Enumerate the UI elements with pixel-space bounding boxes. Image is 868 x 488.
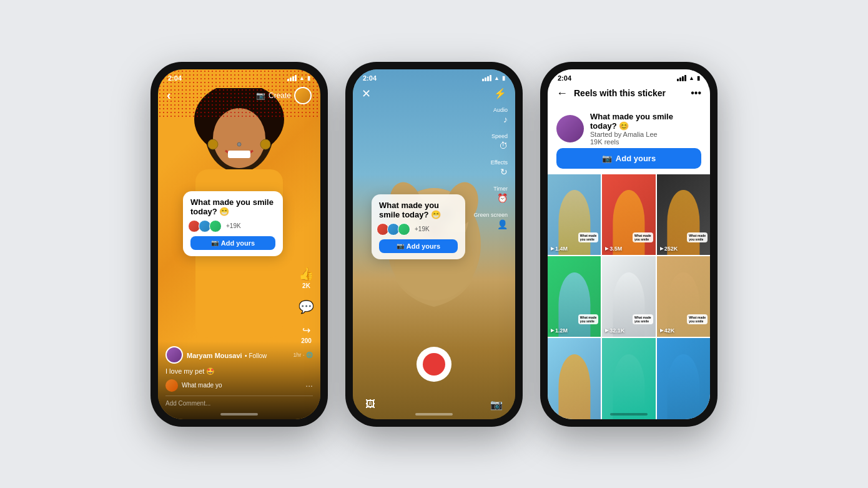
reel-thumb-4[interactable]: What madeyou smile ▶ 1.2M [548, 256, 601, 337]
reel-user-row: Maryam Mousavi • Follow 1hr · 🌐 [165, 346, 313, 364]
gallery-icon[interactable]: 🖼 [365, 399, 375, 410]
thumb-sticker-1: What madeyou smile [578, 232, 599, 242]
camera-icon: 📷 [256, 91, 265, 100]
speed-label: Speed [491, 133, 508, 139]
time-phone2: 2:04 [363, 74, 377, 82]
effects-menu-item[interactable]: Effects ↻ [473, 159, 508, 177]
status-bar-phone3: 2:04 ▲ ▮ [548, 69, 710, 84]
record-button[interactable] [417, 347, 451, 382]
svg-rect-3 [228, 151, 250, 158]
battery-icon-2: ▮ [502, 75, 505, 81]
reel-thumb-6[interactable]: What madeyou smile ▶ 42K [657, 256, 710, 337]
add-comment-input[interactable]: Add Comment... [165, 400, 210, 407]
reel-thumb-1[interactable]: What madeyou smile ▶ 1.4M [548, 174, 601, 255]
add-yours-full-button[interactable]: 📷 Add yours [556, 148, 701, 169]
cam-mini-avatar-3 [398, 223, 410, 236]
creator-avatar [294, 87, 312, 104]
sticker-info-row: What made you smile today? 😊 Started by … [548, 112, 710, 146]
reel-thumb-7[interactable] [548, 338, 601, 419]
sticker-count: +19K [226, 222, 241, 229]
cam-sticker-title: What made you smile today? 😁 [379, 201, 458, 219]
back-button[interactable]: ‹ [167, 88, 171, 102]
timer-label: Timer [493, 186, 508, 192]
create-button[interactable]: 📷 Create [256, 87, 312, 104]
reel-top-bar: ‹ 📷 Create [158, 87, 320, 104]
phone-sticker-list: 2:04 ▲ ▮ ← Reels with this sticker ••• [540, 62, 718, 427]
add-yours-button-phone1[interactable]: 📷 Add yours [190, 236, 275, 250]
wifi-icon: ▲ [299, 75, 305, 81]
sticker-started-by: Started by Amalia Lee [590, 131, 701, 138]
cam-sticker-count: +19K [415, 226, 430, 232]
sticker-main-title: What made you smile today? 😊 [590, 112, 701, 131]
like-icon: 👍 [298, 266, 314, 281]
battery-icon-3: ▮ [697, 75, 700, 81]
flash-button[interactable]: ⚡ [494, 87, 506, 99]
reel-count-4: ▶ 1.2M [551, 327, 568, 334]
timer-menu-item[interactable]: Timer ⏰ [473, 186, 508, 203]
header-title: Reels with this sticker [574, 88, 684, 98]
play-icon-4: ▶ [551, 328, 554, 333]
sticker-card-camera[interactable]: What made you smile today? 😁 +19K 📷 Add … [372, 194, 465, 259]
record-inner [423, 353, 445, 376]
signal-icon [287, 75, 297, 81]
sticker-info-text: What made you smile today? 😊 Started by … [590, 112, 701, 146]
comment-more-icon[interactable]: ··· [305, 381, 313, 391]
reels-grid: What madeyou smile ▶ 1.4M What madeyou s… [548, 174, 710, 419]
play-icon-3: ▶ [660, 246, 663, 251]
reel-thumb-3[interactable]: What madeyou smile ▶ 252K [657, 174, 710, 255]
camera-bottom-bar: 🖼 📷 [353, 399, 515, 411]
reel-thumb-8[interactable] [602, 338, 655, 419]
greenscreen-menu-item[interactable]: Green screen 👤 [473, 212, 508, 229]
mini-avatar-3 [209, 220, 222, 232]
reel-thumb-2[interactable]: What madeyou smile ▶ 3.5M [602, 174, 655, 255]
thumb-sticker-6: What madeyou smile [687, 314, 708, 324]
comment-avatar [165, 379, 178, 392]
comment-action[interactable]: 💬 [298, 299, 314, 314]
audio-icon: ♪ [503, 114, 508, 124]
audio-menu-item[interactable]: Audio ♪ [473, 107, 508, 124]
signal-icon-2 [482, 75, 491, 81]
close-button[interactable]: ✕ [362, 87, 371, 101]
sticker-card-phone1[interactable]: What made you smile today? 😁 +19K 📷 Add … [183, 191, 283, 256]
status-icons-phone3: ▲ ▮ [677, 75, 700, 81]
thumb-person-7 [558, 354, 590, 419]
greenscreen-label: Green screen [473, 212, 508, 218]
add-comment-row[interactable]: Add Comment... [165, 396, 313, 407]
cam-btn-icon: 📷 [397, 242, 404, 249]
add-yours-button-camera[interactable]: 📷 Add yours [379, 239, 458, 253]
speed-icon: ⏱ [499, 141, 508, 151]
thumb-sticker-5: What madeyou smile [633, 314, 653, 324]
comment-preview: What made yo ··· [165, 379, 313, 392]
reel-count-2: ▶ 3.5M [605, 246, 622, 252]
home-indicator-phone3 [610, 413, 648, 416]
speed-menu-item[interactable]: Speed ⏱ [473, 133, 508, 151]
flip-camera-icon[interactable]: 📷 [490, 399, 503, 411]
play-icon-1: ▶ [551, 246, 554, 251]
wifi-icon-3: ▲ [689, 75, 694, 81]
follow-button[interactable]: Follow [249, 352, 267, 359]
like-action[interactable]: 👍 2K [298, 266, 314, 289]
camera-top-bar: ✕ ⚡ [353, 87, 515, 101]
reel-thumb-5[interactable]: What madeyou smile ▶ 32.1K [602, 256, 655, 337]
reel-user-avatar [165, 346, 183, 364]
reel-right-actions: 👍 2K 💬 ↪ 200 [298, 266, 314, 344]
battery-icon: ▮ [307, 75, 310, 81]
add-yours-camera-icon: 📷 [602, 154, 612, 163]
timer-icon: ⏰ [497, 193, 508, 203]
header-back-button[interactable]: ← [556, 87, 568, 100]
effects-icon: ↻ [500, 167, 508, 177]
signal-icon-3 [677, 75, 686, 81]
play-icon-5: ▶ [605, 328, 608, 333]
reel-count-3: ▶ 252K [660, 246, 678, 252]
svg-point-4 [237, 142, 241, 146]
status-bar-phone1: 2:04 ▲ ▮ [158, 69, 320, 84]
reel-time: 1hr · 🌐 [293, 352, 313, 358]
reel-thumb-9[interactable] [657, 338, 710, 419]
header-more-button[interactable]: ••• [691, 87, 701, 99]
share-icon: ↪ [302, 324, 310, 336]
cam-sticker-avatars: +19K [379, 223, 458, 236]
camera-right-menu: Audio ♪ Speed ⏱ Effects ↻ Timer ⏰ Green … [473, 107, 508, 229]
sticker-list-header: ← Reels with this sticker ••• [548, 87, 710, 100]
phone-camera: 2:04 ▲ ▮ ✕ ⚡ [345, 62, 523, 427]
sticker-avatars: +19K [190, 220, 275, 232]
